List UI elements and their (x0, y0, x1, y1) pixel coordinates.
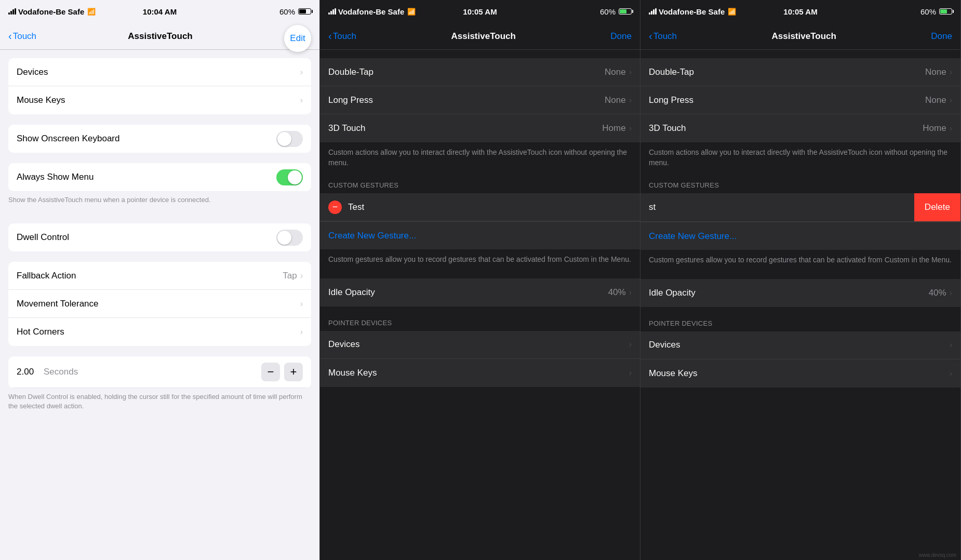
signal-bar (655, 8, 657, 15)
gesture-main[interactable]: st (640, 193, 914, 221)
chevron-3dt-3: › (950, 124, 952, 133)
idle-opacity-group-3: Idle Opacity 40% › (640, 279, 960, 307)
row-right-keyboard (276, 131, 303, 147)
row-dwell[interactable]: Dwell Control (8, 223, 311, 251)
settings-group-misc: Fallback Action Tap › Movement Tolerance… (8, 262, 311, 346)
row-3dtouch-3[interactable]: 3D Touch Home › (640, 114, 960, 142)
create-gesture-label-2[interactable]: Create New Gesture... (328, 231, 416, 241)
row-idle-opacity-2[interactable]: Idle Opacity 40% › (320, 278, 640, 306)
chevron-mouse-keys: › (300, 96, 303, 105)
nav-back-3[interactable]: ‹ Touch (649, 30, 677, 42)
row-devices-3[interactable]: Devices › (640, 331, 960, 359)
custom-gestures-note-2: Custom gestures allow you to record gest… (320, 249, 640, 270)
back-chevron-1: ‹ (8, 30, 12, 42)
nav-bar-2: ‹ Touch AssistiveTouch Done (320, 23, 640, 50)
row-right-3dt-3: Home › (923, 123, 952, 134)
label-devices-2: Devices (328, 339, 359, 350)
row-fallback[interactable]: Fallback Action Tap › (8, 262, 311, 290)
row-long-press-2[interactable]: Long Press None › (320, 86, 640, 114)
row-long-press-3[interactable]: Long Press None › (640, 86, 960, 114)
back-chevron-2: ‹ (328, 30, 332, 42)
row-mouse-keys[interactable]: Mouse Keys › (8, 86, 311, 114)
back-label-1[interactable]: Touch (13, 31, 36, 42)
chevron-devices: › (300, 68, 303, 77)
pointer-header-2: POINTER DEVICES (320, 306, 640, 331)
row-create-gesture-2[interactable]: Create New Gesture... (320, 221, 640, 249)
chevron-hot-corners: › (300, 327, 303, 337)
row-devices[interactable]: Devices › (8, 58, 311, 86)
battery-pct-3: 60% (920, 7, 936, 16)
gesture-item-test[interactable]: − Test (320, 193, 640, 221)
stepper-plus-btn[interactable]: + (284, 363, 303, 381)
signal-bar (10, 11, 12, 15)
minus-btn-test[interactable]: − (328, 201, 342, 214)
label-devices: Devices (17, 67, 300, 77)
label-movement: Movement Tolerance (17, 299, 300, 309)
chevron-lp-3: › (950, 96, 952, 105)
row-3dtouch-2[interactable]: 3D Touch Home › (320, 114, 640, 142)
toggle-always-show[interactable] (276, 169, 303, 185)
back-label-2[interactable]: Touch (333, 31, 356, 42)
battery-fill-1 (299, 9, 306, 14)
status-right-3: 60% (920, 7, 952, 16)
battery-pct-2: 60% (600, 7, 616, 16)
row-devices-2[interactable]: Devices › (320, 331, 640, 359)
row-right-dwell (276, 230, 303, 246)
status-bar-2: Vodafone-Be Safe 📶 10:05 AM 60% (320, 0, 640, 23)
row-mousekeys-3[interactable]: Mouse Keys › (640, 359, 960, 388)
stepper-container: 2.00 Seconds − + (8, 356, 311, 388)
settings-group-menu: Always Show Menu (8, 163, 311, 191)
label-hot-corners: Hot Corners (17, 327, 300, 337)
pointer-group-2: Devices › Mouse Keys › (320, 331, 640, 387)
gesture-label-main: st (649, 202, 656, 212)
label-always-show: Always Show Menu (17, 172, 276, 182)
row-right-idle-2: 40% › (608, 287, 632, 298)
label-3dtouch-3: 3D Touch (649, 123, 686, 134)
edit-button-1[interactable]: Edit (284, 25, 311, 52)
battery-icon-3 (939, 8, 952, 15)
always-show-footer: Show the AssistiveTouch menu when a poin… (0, 191, 319, 213)
battery-icon-1 (298, 8, 311, 15)
delete-button[interactable]: Delete (914, 193, 960, 221)
row-right-mouse-keys: › (300, 96, 303, 105)
chevron-dt-2: › (629, 68, 632, 77)
nav-bar-1: ‹ Touch AssistiveTouch Edit (0, 23, 319, 50)
chevron-idle-2: › (629, 288, 632, 297)
row-movement[interactable]: Movement Tolerance › (8, 290, 311, 318)
row-create-gesture-3[interactable]: Create New Gesture... (640, 222, 960, 250)
value-3dtouch-3: Home (923, 123, 946, 134)
done-btn-3[interactable]: Done (931, 31, 952, 42)
gesture-label-test: Test (348, 202, 364, 212)
back-label-3[interactable]: Touch (653, 31, 677, 42)
row-left-mouse-keys: Mouse Keys (17, 95, 300, 105)
row-always-show[interactable]: Always Show Menu (8, 163, 311, 191)
row-keyboard[interactable]: Show Onscreen Keyboard (8, 125, 311, 153)
row-hot-corners[interactable]: Hot Corners › (8, 318, 311, 346)
done-btn-2[interactable]: Done (610, 31, 632, 42)
row-double-tap-2[interactable]: Double-Tap None › (320, 58, 640, 86)
panel-3: Vodafone-Be Safe 📶 10:05 AM 60% ‹ Touch … (640, 0, 961, 560)
signal-bar (328, 12, 330, 15)
create-gesture-label-3[interactable]: Create New Gesture... (649, 231, 737, 242)
signal-bars-2 (328, 8, 336, 15)
status-left-1: Vodafone-Be Safe 📶 (8, 7, 97, 16)
stepper-minus-btn[interactable]: − (261, 363, 280, 381)
toggle-knob-always-show (288, 170, 302, 184)
wifi-icon-1: 📶 (87, 8, 96, 16)
row-right-dt-2: None › (605, 67, 632, 77)
content-3: Double-Tap None › Long Press None › 3D T… (640, 50, 960, 560)
signal-bar (330, 11, 332, 15)
row-right-fallback: Tap › (283, 271, 303, 281)
battery-icon-2 (619, 8, 632, 15)
chevron-mousekeys-2: › (629, 368, 632, 378)
nav-back-2[interactable]: ‹ Touch (328, 30, 356, 42)
toggle-keyboard[interactable] (276, 131, 303, 147)
row-double-tap-3[interactable]: Double-Tap None › (640, 58, 960, 86)
toggle-dwell[interactable] (276, 230, 303, 246)
gesture-row-with-delete: st Delete (640, 193, 960, 222)
carrier-1: Vodafone-Be Safe (18, 7, 84, 16)
row-idle-opacity-3[interactable]: Idle Opacity 40% › (640, 279, 960, 307)
chevron-fallback: › (300, 271, 303, 281)
nav-back-1[interactable]: ‹ Touch (8, 30, 36, 42)
row-mousekeys-2[interactable]: Mouse Keys › (320, 359, 640, 387)
